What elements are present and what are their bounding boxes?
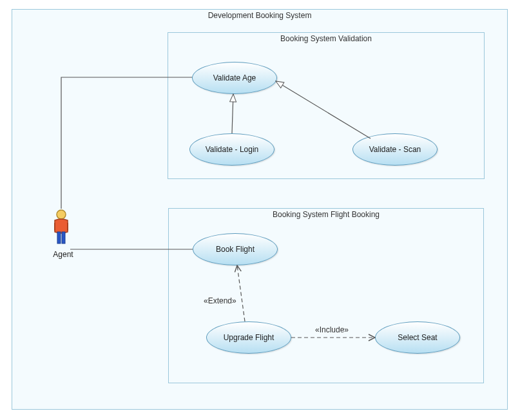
usecase-book-flight[interactable]: Book Flight (193, 233, 278, 265)
flight-boundary-title: Booking System Flight Booking (169, 210, 483, 219)
extend-label: «Extend» (204, 296, 236, 305)
usecase-label: Validate - Scan (369, 145, 421, 154)
usecase-select-seat[interactable]: Select Seat (375, 321, 460, 354)
usecase-label: Upgrade Flight (224, 333, 274, 342)
usecase-label: Validate - Login (206, 145, 259, 154)
usecase-validate-login[interactable]: Validate - Login (189, 133, 274, 166)
system-boundary-title: Development Booking System (12, 11, 507, 20)
include-label: «Include» (315, 325, 349, 334)
usecase-label: Select Seat (398, 333, 437, 342)
usecase-validate-scan[interactable]: Validate - Scan (352, 133, 438, 166)
svg-point-0 (57, 210, 66, 219)
svg-rect-4 (62, 232, 65, 243)
usecase-label: Validate Age (213, 73, 256, 82)
actor-agent-label: Agent (50, 250, 76, 259)
svg-rect-3 (57, 232, 61, 243)
actor-agent[interactable] (52, 209, 71, 249)
usecase-label: Book Flight (216, 245, 255, 254)
actor-icon (52, 209, 71, 247)
usecase-validate-age[interactable]: Validate Age (192, 62, 277, 94)
usecase-upgrade-flight[interactable]: Upgrade Flight (206, 321, 291, 354)
validation-boundary-title: Booking System Validation (168, 34, 484, 43)
